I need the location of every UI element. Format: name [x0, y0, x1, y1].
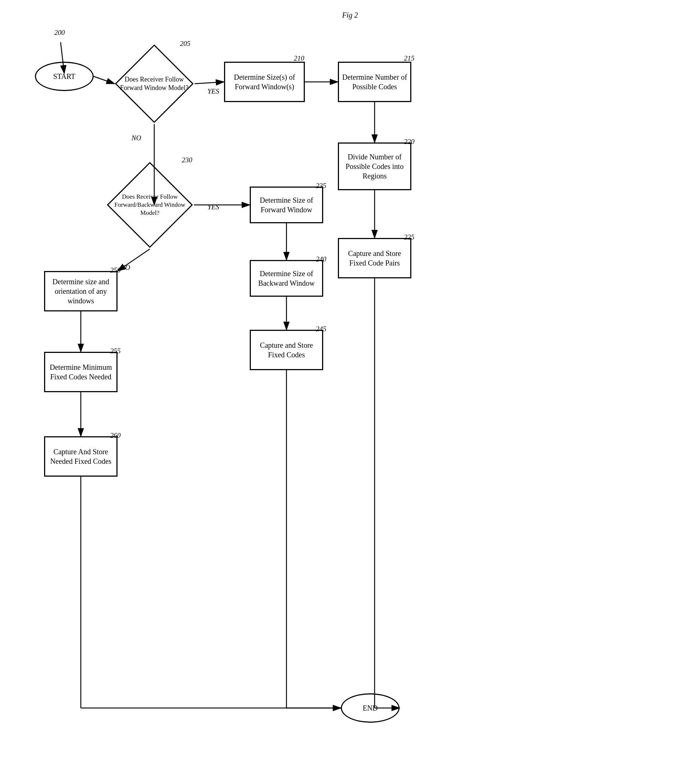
ref-235: 235 — [316, 182, 326, 190]
svg-line-5 — [194, 82, 224, 84]
node-230-wrapper: Does Receiver Follow Forward/Backward Wi… — [106, 161, 194, 249]
no2-label: NO — [120, 264, 130, 272]
node-235: Determine Size of Forward Window — [250, 187, 323, 223]
yes1-label: YES — [208, 87, 219, 95]
node-240: Determine Size of Backward Window — [250, 260, 323, 297]
ref-245: 245 — [316, 325, 326, 333]
node-230-text: Does Receiver Follow Forward/Backward Wi… — [106, 161, 194, 249]
node-210: Determine Size(s) of Forward Window(s) — [224, 62, 305, 102]
node-245: Capture and Store Fixed Codes — [250, 330, 323, 370]
yes2-label: YES — [208, 203, 219, 211]
ref-210: 210 — [294, 54, 305, 62]
ref-200: 200 — [54, 29, 65, 37]
node-220: Divide Number of Possible Codes into Reg… — [338, 143, 411, 190]
node-205-wrapper: Does Receiver Follow Forward Window Mode… — [114, 43, 194, 124]
ref-240: 240 — [316, 255, 326, 263]
node-225: Capture and Store Fixed Code Pairs — [338, 238, 411, 278]
svg-line-4 — [94, 76, 115, 84]
node-250: Determine size and orientation of any wi… — [44, 271, 117, 311]
node-260: Capture And Store Needed Fixed Codes — [44, 436, 117, 477]
ref-215: 215 — [404, 54, 415, 62]
fig-title: Fig 2 — [342, 10, 358, 20]
ref-255: 255 — [110, 347, 121, 355]
end-node: END — [341, 693, 400, 723]
ref-250: 250 — [110, 266, 121, 274]
ref-230: 230 — [182, 156, 193, 164]
node-255: Determine Minimum Fixed Codes Needed — [44, 352, 117, 392]
ref-220: 220 — [404, 138, 415, 146]
node-205-text: Does Receiver Follow Forward Window Mode… — [114, 43, 194, 124]
node-215: Determine Number of Possible Codes — [338, 62, 411, 102]
ref-225: 225 — [404, 233, 415, 241]
ref-205: 205 — [180, 39, 191, 48]
diagram: Fig 2 200 START Does Receiver Follow For… — [0, 0, 700, 773]
no1-label: NO — [132, 134, 141, 142]
start-node: START — [35, 62, 94, 91]
ref-260: 260 — [110, 431, 121, 439]
